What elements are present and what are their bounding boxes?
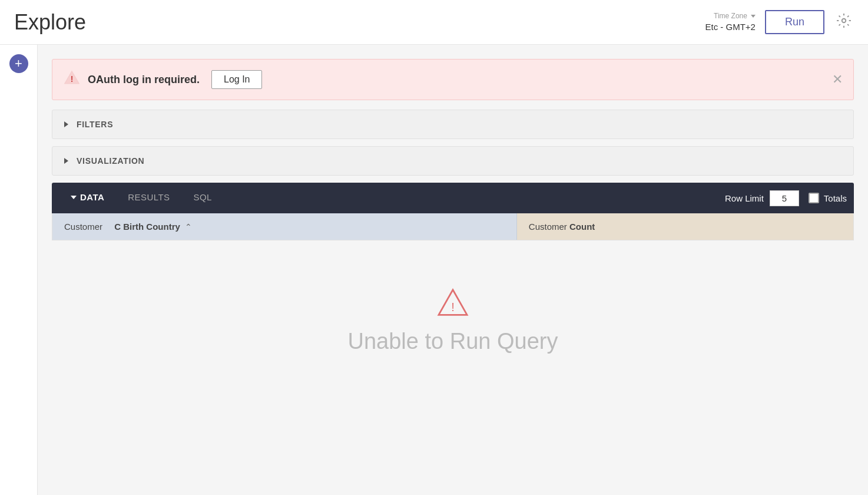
filters-header[interactable]: FILTERS [52, 110, 853, 138]
tab-results-label: RESULTS [128, 192, 170, 202]
tab-results[interactable]: RESULTS [116, 183, 181, 213]
header-actions: Time Zone Etc - GMT+2 Run [705, 10, 854, 34]
col2-bold: Count [569, 222, 595, 232]
col2-prefix: Customer [529, 222, 567, 232]
timezone-label-text: Time Zone [714, 12, 747, 21]
page-body: + ! OAuth log in required. Log In ✕ FILT… [0, 45, 868, 495]
totals-checkbox[interactable] [809, 193, 819, 203]
settings-button[interactable] [834, 11, 854, 34]
timezone-value: Etc - GMT+2 [705, 21, 756, 33]
run-button[interactable]: Run [765, 10, 824, 34]
login-button[interactable]: Log In [211, 70, 262, 89]
filters-title: FILTERS [77, 120, 113, 129]
empty-state-message: Unable to Run Query [348, 329, 558, 354]
col1-prefix: Customer [64, 222, 102, 232]
filters-section: FILTERS [52, 110, 854, 139]
add-button[interactable]: + [9, 54, 28, 73]
sort-asc-icon: ⌃ [185, 222, 192, 232]
page-title: Explore [14, 10, 86, 35]
error-warning-icon: ! [436, 288, 469, 317]
empty-state: ! Unable to Run Query [52, 240, 854, 378]
alert-close-button[interactable]: ✕ [832, 73, 843, 86]
alert-icon: ! [64, 70, 79, 89]
row-limit-input[interactable] [770, 190, 799, 206]
visualization-title: VISUALIZATION [77, 156, 144, 166]
svg-text:!: ! [451, 301, 455, 314]
visualization-arrow-icon [64, 158, 68, 164]
table-header: Customer C Birth Country ⌃ Customer Coun… [52, 213, 854, 240]
timezone-selector[interactable]: Time Zone Etc - GMT+2 [705, 12, 756, 32]
col1-bold: C Birth Country [114, 222, 180, 232]
row-limit-section: Row Limit [725, 190, 799, 206]
gear-icon [836, 13, 852, 28]
svg-point-0 [842, 18, 846, 22]
alert-banner: ! OAuth log in required. Log In ✕ [52, 59, 854, 100]
filters-arrow-icon [64, 121, 68, 127]
tab-data-arrow-icon [71, 196, 77, 199]
header: Explore Time Zone Etc - GMT+2 Run [0, 0, 868, 45]
chevron-down-icon [751, 15, 756, 18]
column-dimension[interactable]: Customer C Birth Country ⌃ [52, 213, 517, 240]
totals-label: Totals [824, 193, 847, 203]
visualization-section: VISUALIZATION [52, 146, 854, 176]
column-measure: Customer Count [517, 213, 853, 240]
tab-sql-label: SQL [193, 192, 211, 202]
tab-data-label: DATA [80, 192, 104, 202]
tabs-bar: DATA RESULTS SQL Row Limit Totals [52, 183, 854, 213]
row-limit-label: Row Limit [725, 193, 764, 203]
alert-message: OAuth log in required. [88, 74, 200, 86]
sidebar: + [0, 45, 38, 495]
visualization-header[interactable]: VISUALIZATION [52, 147, 853, 175]
svg-text:!: ! [71, 74, 74, 84]
tab-data[interactable]: DATA [59, 183, 116, 213]
totals-section: Totals [809, 193, 847, 203]
tab-sql[interactable]: SQL [181, 183, 223, 213]
main-content: ! OAuth log in required. Log In ✕ FILTER… [38, 45, 868, 495]
